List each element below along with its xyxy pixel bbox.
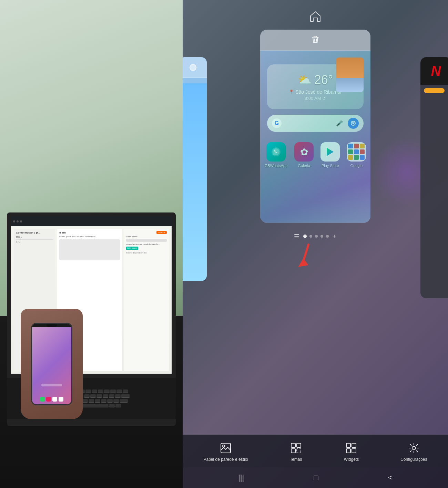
themes-icon <box>290 442 302 454</box>
svg-rect-7 <box>291 443 295 447</box>
right-panel: ⛅ 26° 📍 São José de Ribamar 8:00 AM ↺ <box>183 0 448 488</box>
key <box>116 390 122 393</box>
key <box>95 399 100 403</box>
main-app-card[interactable]: ⛅ 26° 📍 São José de Ribamar 8:00 AM ↺ <box>260 30 370 223</box>
key <box>103 394 108 398</box>
key <box>82 399 88 403</box>
toolbar-dot <box>20 220 22 222</box>
key <box>113 399 119 403</box>
card-photo-thumbnail <box>336 58 364 92</box>
dot-line <box>294 234 299 235</box>
page-dot <box>315 235 318 238</box>
key <box>90 394 96 398</box>
phone-screen-mini <box>32 327 71 404</box>
nav-recent-apps-button[interactable]: ||| <box>238 473 244 482</box>
settings-icon <box>408 442 420 454</box>
mini-icon-galeria <box>46 397 51 402</box>
left-panel: Como mudar o p... aris... B / U d em Lor… <box>0 0 183 488</box>
nav-home-button[interactable]: □ <box>314 473 318 482</box>
side-card-inner <box>183 57 207 281</box>
side-left-card <box>183 57 207 281</box>
grid-icon <box>294 234 299 238</box>
wallpaper-label: Papel de parede e estilo <box>203 457 248 462</box>
home-icon <box>309 10 322 23</box>
temas-label: Temas <box>290 457 302 462</box>
key-wide <box>121 394 130 398</box>
page-dot-active <box>303 235 307 238</box>
red-arrow <box>281 241 350 269</box>
mini-icon-playstore <box>52 397 57 402</box>
bottom-toolbar: Papel de parede e estilo Temas <box>183 435 448 467</box>
key <box>110 390 116 393</box>
delete-bar[interactable] <box>260 30 370 51</box>
page-dot <box>309 235 312 238</box>
widgets-label: Widgets <box>344 457 359 462</box>
netflix-header: N <box>420 57 448 85</box>
key <box>123 390 128 393</box>
svg-rect-14 <box>352 449 356 453</box>
key <box>101 399 106 403</box>
svg-rect-9 <box>291 449 295 453</box>
svg-point-6 <box>223 445 225 447</box>
svg-line-3 <box>303 245 308 261</box>
key <box>89 399 94 403</box>
key <box>85 390 91 393</box>
wp-toolbar <box>11 217 172 226</box>
key <box>109 404 115 407</box>
key <box>104 390 110 393</box>
toolbar-item-wallpaper[interactable]: Papel de parede e estilo <box>203 442 248 462</box>
svg-rect-8 <box>297 443 301 447</box>
svg-rect-5 <box>221 443 231 453</box>
svg-marker-4 <box>298 258 308 267</box>
netflix-logo: N <box>431 63 441 79</box>
toolbar-item-temas[interactable]: Temas <box>290 442 302 462</box>
laptop-base <box>7 419 176 426</box>
right-content: ⛅ 26° 📍 São José de Ribamar 8:00 AM ↺ <box>183 0 448 488</box>
phone-notch <box>47 324 57 327</box>
page-dot <box>320 235 323 238</box>
key <box>109 394 114 398</box>
key <box>115 394 121 398</box>
dot-line <box>294 238 299 238</box>
svg-rect-13 <box>346 449 350 453</box>
toolbar-dot <box>13 220 15 222</box>
key <box>98 390 103 393</box>
side-right-card: N <box>420 57 448 298</box>
key-wide <box>120 399 128 403</box>
key <box>92 390 97 393</box>
top-bar <box>183 0 448 30</box>
red-arrow-container <box>281 241 350 269</box>
key <box>84 394 90 398</box>
svg-rect-10 <box>297 449 301 453</box>
svg-point-15 <box>412 446 416 450</box>
page-dot <box>326 235 329 238</box>
phone-in-hand <box>31 323 72 405</box>
nav-back-button[interactable]: < <box>388 473 393 482</box>
configuracoes-label: Configurações <box>400 457 427 462</box>
mini-icon-whatsapp <box>40 397 45 402</box>
key <box>96 394 102 398</box>
add-page-icon[interactable]: + <box>333 233 336 239</box>
toolbar-dot <box>17 220 19 222</box>
toolbar-item-widgets[interactable]: Widgets <box>344 442 359 462</box>
mini-icon-google <box>59 397 63 402</box>
svg-rect-12 <box>352 443 356 447</box>
trash-icon <box>310 34 320 45</box>
svg-rect-11 <box>346 443 350 447</box>
toolbar-item-configuracoes[interactable]: Configurações <box>400 442 427 462</box>
key <box>115 404 121 407</box>
hand <box>21 309 83 419</box>
widgets-icon <box>345 442 357 454</box>
key <box>107 399 113 403</box>
wallpaper-icon <box>220 442 232 454</box>
dot-line <box>294 236 299 237</box>
navigation-bar: ||| □ < <box>183 467 448 488</box>
page-dots: + <box>294 233 336 239</box>
mini-dock <box>40 397 63 402</box>
card-screen-preview: ⛅ 26° 📍 São José de Ribamar 8:00 AM ↺ <box>260 51 370 223</box>
